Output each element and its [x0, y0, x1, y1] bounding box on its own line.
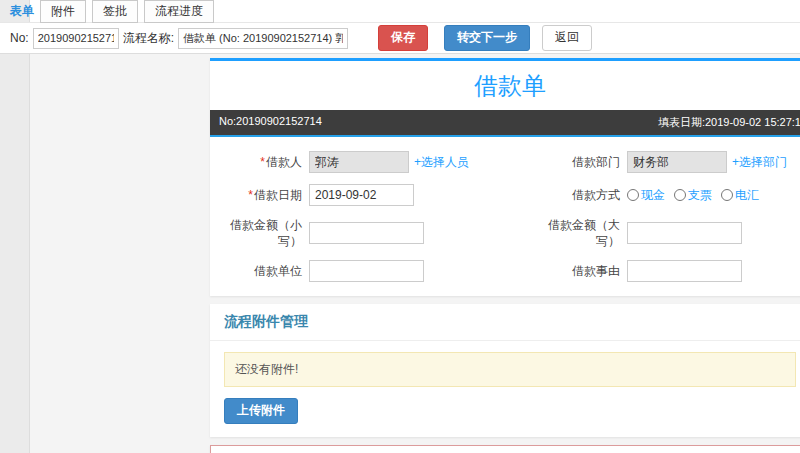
- toolbar: No: 流程名称: 保存 转交下一步 返回: [0, 23, 800, 54]
- cash-radio[interactable]: [627, 189, 639, 201]
- tab-approval[interactable]: 签批: [92, 0, 138, 23]
- form-no-text: No:20190902152714: [219, 115, 322, 130]
- borrow-reason-label: 借款事由: [532, 263, 620, 279]
- tab-process-progress[interactable]: 流程进度: [144, 0, 214, 23]
- borrower-label: *借款人: [212, 154, 302, 170]
- no-label: No:: [10, 31, 29, 45]
- amount-big-field: [627, 222, 800, 244]
- wire-transfer-radio[interactable]: [721, 189, 733, 201]
- select-person-link[interactable]: +选择人员: [414, 154, 469, 171]
- form-title: 借款单: [210, 61, 800, 110]
- form-body: *借款人 +选择人员 借款部门 +选择部门 *借款日期: [210, 135, 800, 296]
- borrow-unit-field: [309, 260, 525, 282]
- borrow-method-group: 现金 支票 电汇: [627, 187, 800, 204]
- method-option-wire[interactable]: 电汇: [721, 187, 759, 204]
- left-gutter: [0, 0, 30, 453]
- upload-attachment-button[interactable]: 上传附件: [224, 398, 298, 424]
- back-button[interactable]: 返回: [542, 25, 592, 51]
- main-content: 借款单 No:20190902152714 填表日期:2019-09-02 15…: [210, 58, 800, 453]
- borrow-unit-input[interactable]: [309, 260, 424, 282]
- borrow-date-field: [309, 184, 525, 206]
- department-label: 借款部门: [532, 154, 620, 170]
- save-button[interactable]: 保存: [378, 25, 428, 51]
- amount-big-label: 借款金额（大写）: [532, 217, 620, 249]
- process-name-label: 流程名称:: [123, 30, 174, 47]
- approval-panel: 流程签批意见 B I abc A ✎ ∞ ⚑ 1≡ •≡ ⇤ ⇥ “ 样式: [210, 445, 800, 453]
- department-input[interactable]: [627, 151, 727, 173]
- no-input[interactable]: [33, 28, 119, 49]
- tab-bar: 表单 附件 签批 流程进度: [0, 0, 800, 23]
- amount-big-label-text: 借款金额（大写）: [548, 218, 620, 248]
- select-department-link[interactable]: +选择部门: [732, 154, 787, 171]
- borrow-reason-field: [627, 260, 800, 282]
- borrow-unit-label-text: 借款单位: [254, 264, 302, 278]
- borrower-label-text: 借款人: [266, 155, 302, 169]
- borrow-date-label: *借款日期: [212, 187, 302, 203]
- borrow-reason-label-text: 借款事由: [572, 264, 620, 278]
- approval-title: 流程签批意见: [211, 446, 800, 453]
- amount-small-label-text: 借款金额（小写）: [230, 218, 302, 248]
- method-option-cheque[interactable]: 支票: [674, 187, 712, 204]
- wire-transfer-label: 电汇: [735, 187, 759, 204]
- borrow-unit-label: 借款单位: [212, 263, 302, 279]
- attachments-title: 流程附件管理: [210, 304, 800, 341]
- amount-small-label: 借款金额（小写）: [212, 217, 302, 249]
- borrower-input[interactable]: [309, 151, 409, 173]
- cash-label: 现金: [641, 187, 665, 204]
- borrow-method-label: 借款方式: [532, 187, 620, 203]
- required-mark: *: [248, 188, 253, 202]
- borrow-date-input[interactable]: [309, 184, 414, 206]
- amount-small-input[interactable]: [309, 222, 424, 244]
- no-attachments-alert: 还没有附件!: [224, 352, 796, 387]
- cheque-label: 支票: [688, 187, 712, 204]
- attachments-panel: 流程附件管理 还没有附件! 上传附件: [210, 304, 800, 437]
- borrow-reason-input[interactable]: [627, 260, 742, 282]
- amount-small-field: [309, 222, 525, 244]
- cheque-radio[interactable]: [674, 189, 686, 201]
- forward-next-step-button[interactable]: 转交下一步: [444, 25, 530, 51]
- form-date-text: 填表日期:2019-09-02 15:27:1: [658, 115, 800, 130]
- required-mark: *: [260, 155, 265, 169]
- amount-big-input[interactable]: [627, 222, 742, 244]
- tab-attachments[interactable]: 附件: [40, 0, 86, 23]
- department-field: +选择部门: [627, 151, 800, 173]
- borrower-field: +选择人员: [309, 151, 525, 173]
- borrow-method-label-text: 借款方式: [572, 188, 620, 202]
- tab-form[interactable]: 表单: [10, 3, 34, 20]
- loan-form-panel: 借款单 No:20190902152714 填表日期:2019-09-02 15…: [210, 58, 800, 296]
- department-label-text: 借款部门: [572, 155, 620, 169]
- borrow-date-label-text: 借款日期: [254, 188, 302, 202]
- form-meta-bar: No:20190902152714 填表日期:2019-09-02 15:27:…: [210, 110, 800, 135]
- method-option-cash[interactable]: 现金: [627, 187, 665, 204]
- process-name-input[interactable]: [178, 28, 348, 49]
